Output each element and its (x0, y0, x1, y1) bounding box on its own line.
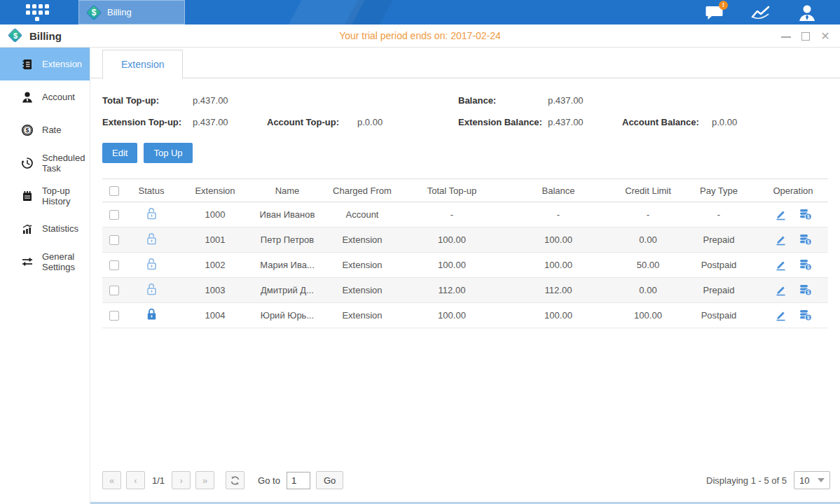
svg-text:$: $ (806, 239, 809, 245)
pagination-bar: « ‹ 1/1 › » Go to Go Displaying 1 - 5 of… (90, 465, 840, 502)
sidebar-item-label: Account (42, 92, 75, 102)
account-balance-value: p.0.00 (712, 117, 786, 127)
sidebar-item-label: Top-up History (42, 186, 90, 206)
page-indicator: 1/1 (152, 475, 165, 486)
sidebar-item-label: Extension (42, 59, 82, 69)
cell-name: Иван Иванов (254, 202, 321, 227)
sidebar-item-label: General Settings (42, 251, 90, 272)
reports-chart-icon[interactable] (749, 3, 773, 22)
sidebar-item-topup-history[interactable]: Top-up History (0, 179, 90, 212)
cell-total-topup: 100.00 (404, 303, 500, 328)
account-topup-label: Account Top-up: (267, 117, 357, 127)
balance-value: p.437.00 (548, 95, 622, 106)
account-balance-label: Account Balance: (622, 117, 712, 127)
close-button[interactable]: ✕ (820, 31, 830, 41)
sidebar-item-statistics[interactable]: Statistics (0, 212, 90, 245)
maximize-button[interactable] (801, 31, 811, 41)
edit-icon[interactable] (774, 284, 787, 297)
notebook-icon (21, 190, 34, 202)
next-page-button[interactable]: › (172, 471, 191, 489)
row-checkbox[interactable] (109, 210, 119, 220)
ledger-icon (21, 58, 34, 71)
cell-extension: 1003 (177, 278, 254, 303)
cell-credit-limit: 0.00 (617, 227, 680, 253)
topup-coins-icon[interactable]: $ (799, 309, 813, 322)
table-row: 1003 Дмитрий Д... Extension 112.00 112.0… (102, 278, 828, 303)
cell-credit-limit: 100.00 (617, 303, 680, 328)
page-size-value: 10 (799, 475, 809, 486)
prev-page-button[interactable]: ‹ (126, 471, 145, 489)
topup-coins-icon[interactable]: $ (799, 258, 813, 272)
sidebar-item-label: Statistics (42, 223, 78, 234)
topup-coins-icon[interactable]: $ (799, 208, 813, 221)
page-size-select[interactable]: 10 (794, 471, 830, 489)
cell-pay-type: Prepaid (680, 278, 758, 303)
cell-total-topup: 112.00 (404, 278, 500, 303)
row-checkbox[interactable] (109, 311, 119, 321)
edit-icon[interactable] (774, 258, 787, 272)
go-button[interactable]: Go (316, 471, 343, 489)
extension-balance-value: p.437.00 (548, 117, 622, 127)
col-balance: Balance (500, 179, 617, 202)
edit-icon[interactable] (774, 233, 787, 246)
cell-extension: 1004 (177, 303, 254, 328)
tab-extension[interactable]: Extension (102, 50, 183, 79)
unlocked-icon (145, 237, 158, 248)
svg-text:$: $ (25, 127, 29, 134)
cell-charged-from: Extension (321, 227, 404, 253)
row-checkbox[interactable] (109, 235, 119, 245)
unlocked-icon (145, 262, 158, 273)
total-topup-value: p.437.00 (193, 95, 267, 106)
first-page-button[interactable]: « (102, 471, 121, 489)
topup-coins-icon[interactable]: $ (799, 284, 813, 297)
locked-icon (145, 313, 158, 323)
edit-icon[interactable] (774, 309, 787, 322)
table-row: 1000 Иван Иванов Account - - - - (102, 202, 828, 227)
edit-button[interactable]: Edit (102, 143, 137, 163)
sidebar-item-scheduled-task[interactable]: Scheduled Task (0, 146, 90, 179)
edit-icon[interactable] (774, 208, 787, 221)
billing-app-icon: $ (86, 5, 102, 20)
select-all-checkbox[interactable] (109, 186, 119, 196)
messages-icon[interactable]: ! (703, 3, 727, 22)
sidebar-item-account[interactable]: Account (0, 80, 90, 113)
unlocked-icon (145, 288, 158, 298)
goto-page-input[interactable] (287, 472, 310, 489)
refresh-icon (230, 475, 240, 486)
topup-coins-icon[interactable]: $ (799, 233, 813, 246)
col-pay-type: Pay Type (680, 179, 758, 202)
cell-credit-limit: 50.00 (617, 253, 680, 278)
row-checkbox[interactable] (109, 260, 119, 270)
svg-text:$: $ (806, 290, 809, 295)
desktop-topbar: $ Billing ! (0, 0, 840, 24)
sidebar-item-general-settings[interactable]: General Settings (0, 245, 90, 278)
user-account-icon[interactable] (795, 3, 819, 22)
topup-button[interactable]: Top Up (144, 143, 192, 163)
sidebar-item-rate[interactable]: $ Rate (0, 113, 90, 146)
extension-topup-value: p.437.00 (193, 117, 267, 127)
total-topup-label: Total Top-up: (102, 95, 193, 106)
trial-notice: Your trial period ends on: 2017-02-24 (0, 30, 840, 41)
table-row: 1001 Петр Петров Extension 100.00 100.00… (102, 227, 828, 253)
minimize-button[interactable] (781, 31, 791, 41)
taskbar-item-billing[interactable]: $ Billing (78, 0, 185, 24)
unlocked-icon (145, 212, 158, 223)
last-page-button[interactable]: » (195, 471, 214, 489)
extension-table: Status Extension Name Charged From Total… (102, 178, 828, 328)
cell-name: Дмитрий Д... (254, 278, 321, 303)
sidebar-item-label: Rate (42, 125, 61, 135)
col-extension: Extension (177, 179, 254, 202)
sidebar-item-extension[interactable]: Extension (0, 48, 90, 80)
window-titlebar: $ Billing Your trial period ends on: 201… (0, 24, 840, 48)
svg-text:$: $ (806, 265, 809, 270)
cell-extension: 1000 (177, 202, 254, 227)
app-launcher-icon[interactable] (24, 4, 50, 21)
cell-pay-type: Postpaid (680, 253, 758, 278)
chevron-down-icon (818, 478, 825, 482)
cell-balance: 100.00 (500, 303, 617, 328)
col-credit-limit: Credit Limit (617, 179, 680, 202)
cell-total-topup: 100.00 (404, 253, 500, 278)
row-checkbox[interactable] (109, 286, 119, 295)
svg-text:$: $ (806, 315, 809, 321)
refresh-button[interactable] (226, 471, 245, 489)
